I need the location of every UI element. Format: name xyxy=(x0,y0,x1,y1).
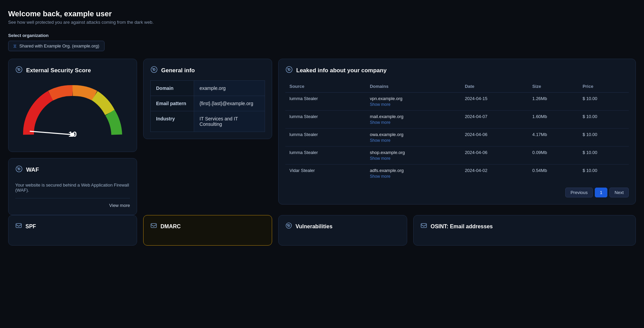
table-row: lumma Stealer shop.example.org Show more… xyxy=(285,147,629,165)
general-info-icon xyxy=(150,66,158,75)
table-header: Size xyxy=(528,80,579,93)
size-cell: 1.26Mb xyxy=(528,93,579,111)
osint-icon xyxy=(420,222,427,231)
domain-name: vpn.example.org xyxy=(370,96,402,101)
info-label: Industry xyxy=(151,111,194,132)
table-row: Industry IT Services and IT Consulting xyxy=(151,111,265,132)
info-value: IT Services and IT Consulting xyxy=(194,111,265,132)
table-row: Vidar Stealer adfs.example.org Show more… xyxy=(285,165,629,182)
general-info-card: General info Domain example.org Email pa… xyxy=(143,59,272,139)
price-cell: $ 10.00 xyxy=(579,129,629,147)
show-more-link[interactable]: Show more xyxy=(370,120,457,125)
size-cell: 0.09Mb xyxy=(528,147,579,165)
date-cell: 2024-04-07 xyxy=(461,111,528,129)
date-cell: 2024-04-02 xyxy=(461,165,528,182)
domain-cell: adfs.example.org Show more xyxy=(366,165,461,182)
domain-cell: vpn.example.org Show more xyxy=(366,93,461,111)
general-info-header: General info xyxy=(150,66,265,75)
source-cell: lumma Stealer xyxy=(285,93,366,111)
dashboard-grid: External Security Score xyxy=(8,59,636,215)
waf-footer: View more xyxy=(15,198,130,208)
size-cell: 1.60Mb xyxy=(528,111,579,129)
price-cell: $ 10.00 xyxy=(579,111,629,129)
right-column: Leaked info about your company SourceDom… xyxy=(278,59,636,215)
date-cell: 2024-04-15 xyxy=(461,93,528,111)
vulnerabilities-icon xyxy=(285,222,292,231)
svg-rect-15 xyxy=(151,224,156,228)
table-header: Source xyxy=(285,80,366,93)
bottom-card-title-vulnerabilities: Vulnerabilities xyxy=(296,224,333,230)
source-cell: Vidar Stealer xyxy=(285,165,366,182)
source-cell: lumma Stealer xyxy=(285,111,366,129)
waf-view-more-button[interactable]: View more xyxy=(109,203,130,208)
bottom-card-osint: OSINT: Email addresses xyxy=(413,215,636,246)
bottom-card-title-dmarc: DMARC xyxy=(160,224,181,230)
pagination: Previous 1 Next xyxy=(285,188,629,197)
source-cell: lumma Stealer xyxy=(285,129,366,147)
bottom-card-spf: SPF xyxy=(8,215,137,246)
show-more-link[interactable]: Show more xyxy=(370,156,457,161)
table-row: lumma Stealer vpn.example.org Show more … xyxy=(285,93,629,111)
domain-name: shop.example.org xyxy=(370,150,405,155)
domain-cell: shop.example.org Show more xyxy=(366,147,461,165)
table-row: lumma Stealer owa.example.org Show more … xyxy=(285,129,629,147)
price-cell: $ 10.00 xyxy=(579,165,629,182)
show-more-link[interactable]: Show more xyxy=(370,138,457,143)
org-selector-value: Shared with Example Org. (example.org) xyxy=(19,43,99,49)
security-score-card: External Security Score xyxy=(8,59,137,152)
table-row: lumma Stealer mail.example.org Show more… xyxy=(285,111,629,129)
general-info-title: General info xyxy=(161,67,195,74)
waf-title: WAF xyxy=(26,167,39,173)
bottom-card-header-dmarc: DMARC xyxy=(150,222,265,231)
show-more-link[interactable]: Show more xyxy=(370,102,457,107)
next-page-button[interactable]: Next xyxy=(609,188,629,197)
org-selector-label: Select organization xyxy=(8,33,636,38)
waf-gauge-icon xyxy=(15,165,23,174)
show-more-link[interactable]: Show more xyxy=(370,174,457,179)
bottom-card-title-osint: OSINT: Email addresses xyxy=(431,224,493,230)
waf-body-text: Your website is secured behind a Web App… xyxy=(15,180,130,198)
size-cell: 4.17Mb xyxy=(528,129,579,147)
gauge-icon xyxy=(15,66,23,75)
page-subtitle: See how well protected you are against a… xyxy=(8,20,636,25)
info-value: {first}.{last}@example.org xyxy=(194,96,265,111)
leaked-info-table: SourceDomainsDateSizePrice lumma Stealer… xyxy=(285,80,629,182)
score-number: 10 xyxy=(69,130,77,139)
price-cell: $ 10.00 xyxy=(579,147,629,165)
bottom-card-header-osint: OSINT: Email addresses xyxy=(420,222,629,231)
info-label: Email pattern xyxy=(151,96,194,111)
size-cell: 0.54Mb xyxy=(528,165,579,182)
table-row: Email pattern {first}.{last}@example.org xyxy=(151,96,265,111)
bottom-grid: SPF DMARC Vulnerabilities OSINT: Email a… xyxy=(8,215,636,246)
leaked-info-header: Leaked info about your company xyxy=(285,66,629,75)
table-header: Domains xyxy=(366,80,461,93)
gauge-container: 10 xyxy=(15,80,130,145)
date-cell: 2024-04-06 xyxy=(461,147,528,165)
info-label: Domain xyxy=(151,81,194,96)
prev-page-button[interactable]: Previous xyxy=(565,188,593,197)
org-selector-dropdown[interactable]: ⧖ Shared with Example Org. (example.org) xyxy=(8,41,105,51)
table-header: Date xyxy=(461,80,528,93)
domain-cell: mail.example.org Show more xyxy=(366,111,461,129)
table-row: Domain example.org xyxy=(151,81,265,96)
price-cell: $ 10.00 xyxy=(579,93,629,111)
svg-rect-14 xyxy=(16,224,21,228)
bottom-card-title-spf: SPF xyxy=(25,224,36,230)
bottom-card-vulnerabilities: Vulnerabilities xyxy=(278,215,407,246)
domain-name: adfs.example.org xyxy=(370,168,404,173)
dmarc-icon xyxy=(150,222,157,231)
general-info-table: Domain example.org Email pattern {first}… xyxy=(150,80,265,132)
bottom-card-header-vulnerabilities: Vulnerabilities xyxy=(285,222,400,231)
page-title: Welcome back, example user xyxy=(8,9,636,18)
svg-rect-19 xyxy=(421,224,427,228)
current-page-button[interactable]: 1 xyxy=(595,188,607,197)
source-cell: lumma Stealer xyxy=(285,147,366,165)
domain-name: mail.example.org xyxy=(370,114,403,119)
table-header: Price xyxy=(579,80,629,93)
leaked-info-title: Leaked info about your company xyxy=(296,67,386,74)
leaked-info-card: Leaked info about your company SourceDom… xyxy=(278,59,636,205)
leaked-info-icon xyxy=(285,66,293,75)
page-header: Welcome back, example user See how well … xyxy=(8,9,636,25)
filter-icon: ⧖ xyxy=(13,43,17,49)
domain-cell: owa.example.org Show more xyxy=(366,129,461,147)
